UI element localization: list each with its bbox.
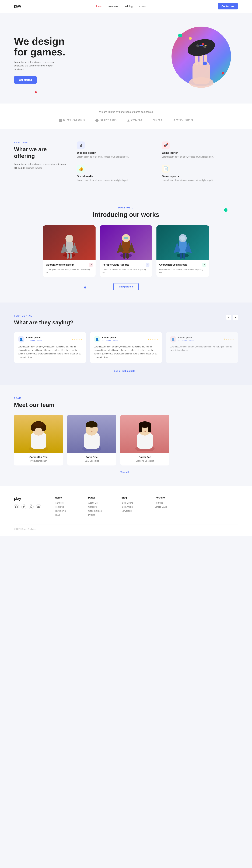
view-all-team-link[interactable]: View all → [120,471,132,473]
portfolio-label: PORTFOLIO [14,207,238,209]
feature-desc-reports: Lorem ipsum dolor sit amet, consec fetur… [162,179,238,182]
portfolio-card-desc-fortnite: Lorem ipsum dolor sit amet, consec tetur… [103,268,149,274]
feature-social-media: 👍 Social media Lorem ipsum dolor sit ame… [77,165,153,182]
features-desc: Lorem ipsum dolor sit amet, consec tetur… [14,162,66,170]
team-info-sarah: Sarah Jae Branding Specialist [120,453,169,465]
logo-riot: RIOT GAMES [59,119,85,122]
footer-bottom: © 2021 Game Analytics [14,525,238,530]
feature-desc-social: Lorem ipsum dolor sit amet, consec fetur… [77,179,153,182]
feature-title-website: Website design [77,151,153,154]
footer-link-single-case[interactable]: Single Case [155,505,174,508]
testimonial-header-text: TESTIMONIAL What are they saying? [14,315,74,326]
instagram-icon[interactable] [14,504,19,509]
footer-link-portfolio[interactable]: Portfolio [155,501,174,504]
portfolio-title-row-fortnite: Fortnite Game Reports ↗ [103,263,149,267]
svg-point-43 [33,422,44,427]
nav-about[interactable]: About [139,5,146,8]
footer-link-careers[interactable]: Career's [88,505,108,508]
footer-link-about-us[interactable]: About Us [88,501,108,504]
feature-icon-social: 👍 [77,165,85,173]
trusted-logos: RIOT GAMES BLIZZARD zynga SEGA ACTIVISIO… [14,119,238,122]
team-grid: Samantha Rea Product Designer John [14,414,238,465]
logo-blizzard: BLIZZARD [95,119,117,122]
testimonial-next-button[interactable]: › [233,315,238,320]
view-portfolio-button[interactable]: View portfolio [113,283,139,290]
portfolio-img-fortnite [100,225,152,260]
testimonial-name-3: Lorem Ipsum [178,336,194,339]
testimonial-prev-button[interactable]: ‹ [226,315,231,320]
portfolio-tag-overwatch[interactable]: ↗ [202,263,206,267]
svg-point-14 [63,253,76,257]
portfolio-grid: Valorant Website Design ↗ Lorem ipsum do… [14,225,238,277]
svg-rect-34 [180,253,182,259]
portfolio-tag-fortnite[interactable]: ↗ [146,263,149,267]
portfolio-tag-valorant[interactable]: ↗ [89,263,93,267]
testimonial-user-info-3: Lorem Ipsum 123 of 456 Games [178,336,194,342]
nav-pricing[interactable]: Pricing [124,5,133,8]
facebook-icon[interactable] [21,504,26,509]
testimonial-stars-2: ★★★★★ [148,338,158,340]
features-label: FEATURES [14,142,66,144]
team-info-john: John Doe SEO Specialist [67,453,116,465]
view-portfolio-btn-wrap: View portfolio [14,283,238,290]
svg-marker-13 [128,119,130,122]
footer-link-pricing[interactable]: Pricing [88,514,108,516]
testimonial-avatar-3: 👤 [170,336,176,343]
testimonial-user-3: 👤 Lorem Ipsum 123 of 456 Games ★★★★★ [170,336,234,343]
twitter-icon[interactable] [29,504,34,509]
footer-link-case-studies[interactable]: Case Studies [88,509,108,512]
testimonial-user-2: 👤 Lorem Ipsum 123 of 456 Games ★★★★★ [94,336,158,343]
portfolio-card-fortnite: Fortnite Game Reports ↗ Lorem ipsum dolo… [100,225,152,277]
team-card-samantha: Samantha Rea Product Designer [14,414,63,465]
svg-rect-48 [86,424,97,427]
dot-red [222,72,224,74]
logo-zynga: zynga [127,119,143,122]
footer-link-newsroom[interactable]: Newsroom [121,509,141,512]
youtube-icon[interactable] [36,504,41,509]
footer-brand: play_ [14,496,41,518]
svg-rect-26 [123,253,125,259]
footer-link-team[interactable]: Team [55,514,74,516]
testimonial-nav: ‹ › [226,315,238,320]
footer-link-partners[interactable]: Partners [55,501,74,504]
portfolio-card-valorant: Valorant Website Design ↗ Lorem ipsum do… [43,225,95,277]
dot-green [178,34,182,37]
feature-website-design: 🖥 Website design Lorem ipsum dolor sit a… [77,142,153,159]
footer-col-pages: Pages About Us Career's Case Studies Pri… [88,496,108,518]
footer-link-features[interactable]: Features [55,505,74,508]
see-all-testimonials-link[interactable]: See all testimonials → [114,370,138,372]
hero-cta-button[interactable]: Get started [14,76,37,84]
testimonial-title: What are they saying? [14,319,74,326]
footer-top: play_ Home Partners Features Testimo [14,496,238,518]
testimonial-label: TESTIMONIAL [14,315,74,317]
feature-title-game-launch: Game launch [162,151,238,154]
hero-visual [147,23,238,96]
team-card-john: John Doe SEO Specialist [67,414,116,465]
svg-rect-35 [183,253,185,259]
svg-rect-19 [67,253,69,259]
footer: play_ Home Partners Features Testimo [0,486,252,536]
svg-point-9 [205,44,206,46]
contact-button[interactable]: Contact us [218,3,238,9]
nav-services[interactable]: Services [108,5,118,8]
feature-icon-game-launch: 🚀 [162,142,170,149]
footer-col-home: Home Partners Features Testimonial Team [55,496,74,518]
footer-social [14,504,41,509]
nav-home[interactable]: Home [95,4,102,8]
testimonial-card-1: 👤 Lorem Ipsum 123 of 456 Games ★★★★★ Lor… [14,332,86,363]
dot-red2 [35,91,37,93]
team-role-john: SEO Specialist [85,460,99,462]
footer-link-testimonial[interactable]: Testimonial [55,509,74,512]
portfolio-info-fortnite: Fortnite Game Reports ↗ Lorem ipsum dolo… [100,260,152,277]
portfolio-title-row-valorant: Valorant Website Design ↗ [46,263,93,267]
hero-description: Lorem ipsum dolor sit amet, consectetur … [14,61,63,71]
testimonial-section: TESTIMONIAL What are they saying? ‹ › 👤 … [0,303,252,385]
copyright: © 2021 Game Analytics [14,528,36,530]
footer-link-blog-article[interactable]: Blog Article [121,505,141,508]
hero-section: We design for games. Lorem ipsum dolor s… [0,12,252,103]
testimonial-user-1: 👤 Lorem Ipsum 123 of 456 Games ★★★★★ [18,336,82,343]
team-label: TEAM [14,397,238,399]
footer-link-blog-listing[interactable]: Blog Listing [121,501,141,504]
portfolio-info-overwatch: Overwatch Social Media ↗ Lorem ipsum dol… [157,260,209,277]
feature-title-social: Social media [77,175,153,178]
